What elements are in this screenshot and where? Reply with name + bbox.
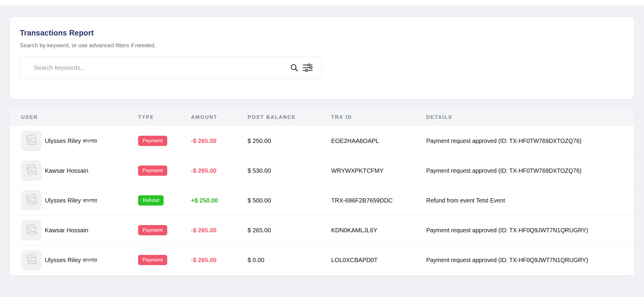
- type-cell: Payment: [138, 225, 191, 235]
- trx-id-value: LOL0XCBAPD0T: [331, 257, 426, 264]
- amount-cell: +$ 250.00: [191, 197, 248, 204]
- table-row: Kawsar Hossain Payment -$ 265.00 $ 265.0…: [10, 215, 634, 245]
- user-cell: Ulysses Riley কাওসার: [21, 190, 138, 211]
- user-name: Ulysses Riley কাওসার: [45, 197, 97, 204]
- type-cell: Payment: [138, 255, 191, 265]
- page-title: Transactions Report: [20, 29, 622, 37]
- type-cell: Refund: [138, 195, 191, 206]
- search-input[interactable]: [20, 57, 290, 79]
- image-placeholder-icon: [21, 220, 42, 240]
- amount-cell: -$ 265.00: [191, 257, 248, 264]
- type-badge: Payment: [138, 225, 167, 235]
- column-header-type: TYPE: [138, 114, 191, 120]
- amount-cell: -$ 265.00: [191, 227, 248, 234]
- transactions-table-card: USER TYPE AMOUNT POST BALANCE TRX ID DET…: [10, 108, 634, 275]
- page-subtitle: Search by keyword, or use advanced filte…: [20, 42, 622, 49]
- user-cell: Kawsar Hossain: [21, 220, 138, 240]
- column-header-amount: AMOUNT: [191, 114, 248, 120]
- type-badge: Payment: [138, 255, 167, 265]
- image-placeholder-icon: [21, 190, 42, 211]
- post-balance-value: $ 500.00: [248, 197, 331, 204]
- table-row: Kawsar Hossain Payment -$ 265.00 $ 530.0…: [10, 156, 634, 186]
- table-row: Ulysses Riley কাওসার Payment -$ 265.00 $…: [10, 245, 634, 275]
- user-name: Ulysses Riley কাওসার: [45, 257, 97, 264]
- trx-id-value: TRX-696F2B7659DDC: [331, 197, 426, 204]
- type-cell: Payment: [138, 136, 191, 146]
- post-balance-value: $ 265.00: [248, 227, 331, 234]
- type-badge: Payment: [138, 136, 167, 146]
- table-body: Ulysses Riley কাওসার Payment -$ 265.00 $…: [10, 126, 634, 275]
- user-cell: Ulysses Riley কাওসার: [21, 131, 138, 151]
- post-balance-value: $ 0.00: [248, 257, 331, 264]
- amount-value: +$ 250.00: [191, 197, 218, 204]
- search-box: [20, 56, 322, 79]
- table-row: Ulysses Riley কাওসার Payment -$ 265.00 $…: [10, 126, 634, 156]
- amount-value: -$ 265.00: [191, 167, 217, 174]
- table-row: Ulysses Riley কাওসার Refund +$ 250.00 $ …: [10, 186, 634, 215]
- type-cell: Payment: [138, 166, 191, 176]
- type-badge: Refund: [138, 195, 164, 206]
- user-cell: Ulysses Riley কাওসার: [21, 250, 138, 270]
- trx-id-value: EOE2HAA6OAPL: [331, 138, 426, 144]
- image-placeholder-icon: [21, 160, 42, 181]
- amount-value: -$ 265.00: [191, 138, 217, 144]
- details-value: Payment request approved (ID: TX-HF0TW76…: [426, 138, 623, 144]
- column-header-user: USER: [21, 114, 138, 120]
- user-name: Ulysses Riley কাওসার: [45, 138, 97, 144]
- column-header-details: DETAILS: [426, 114, 623, 120]
- details-value: Refund from event Tetst Event: [426, 197, 623, 204]
- details-value: Payment request approved (ID: TX-HF0TW76…: [426, 167, 623, 174]
- details-value: Payment request approved (ID: TX-HF0Q9JW…: [426, 227, 623, 234]
- user-name: Kawsar Hossain: [45, 227, 88, 234]
- trx-id-value: WRYWXPKTCFMY: [331, 167, 426, 174]
- amount-cell: -$ 265.00: [191, 138, 248, 144]
- image-placeholder-icon: [21, 131, 42, 151]
- report-header-card: Transactions Report Search by keyword, o…: [10, 17, 634, 99]
- search-box-icons: [290, 63, 321, 72]
- details-value: Payment request approved (ID: TX-HF0Q9JW…: [426, 257, 623, 264]
- amount-value: -$ 265.00: [191, 257, 217, 263]
- post-balance-value: $ 250.00: [248, 138, 331, 144]
- top-navbar-edge: [0, 0, 644, 5]
- image-placeholder-icon: [21, 250, 42, 270]
- user-cell: Kawsar Hossain: [21, 160, 138, 181]
- user-name: Kawsar Hossain: [45, 167, 88, 174]
- amount-cell: -$ 265.00: [191, 167, 248, 174]
- table-header-row: USER TYPE AMOUNT POST BALANCE TRX ID DET…: [10, 108, 634, 126]
- search-icon[interactable]: [290, 63, 299, 72]
- post-balance-value: $ 530.00: [248, 167, 331, 174]
- type-badge: Payment: [138, 166, 167, 176]
- amount-value: -$ 265.00: [191, 227, 217, 234]
- column-header-trx-id: TRX ID: [331, 114, 426, 120]
- column-header-post-balance: POST BALANCE: [248, 114, 331, 120]
- filter-sliders-icon[interactable]: [303, 63, 313, 72]
- trx-id-value: KDN0KAMLJL6Y: [331, 227, 426, 234]
